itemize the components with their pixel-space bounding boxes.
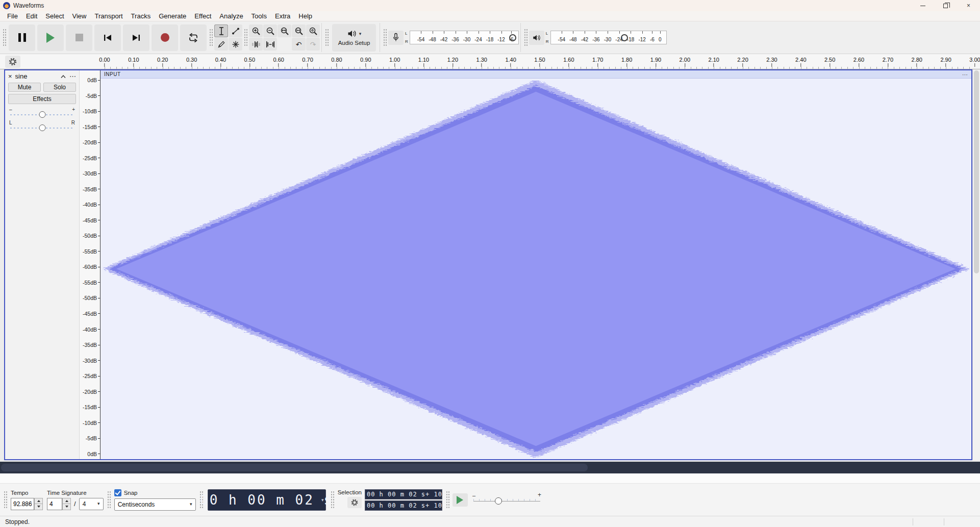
db-ruler-label: 0dB xyxy=(80,77,100,83)
track-name[interactable]: sine xyxy=(15,72,28,80)
menu-item[interactable]: Analyze xyxy=(215,12,247,20)
skip-to-start-button[interactable] xyxy=(94,24,121,51)
menu-item[interactable]: File xyxy=(3,12,22,20)
spin-up-icon xyxy=(65,500,68,502)
zoom-fit-button[interactable] xyxy=(292,24,306,37)
skip-to-end-button[interactable] xyxy=(123,24,149,51)
audio-setup-button[interactable]: ▾ Audio Setup xyxy=(332,24,376,52)
zoom-out-button[interactable] xyxy=(263,24,277,37)
db-vertical-ruler[interactable]: 0dB-5dB-10dB-15dB-20dB-25dB-30dB-35dB-40… xyxy=(80,70,100,459)
clip-header[interactable]: INPUT ⋯ xyxy=(100,70,971,79)
minimize-button[interactable] xyxy=(911,0,934,11)
timeline-options-button[interactable] xyxy=(5,56,20,68)
speed-slider-thumb[interactable] xyxy=(495,497,502,505)
stop-button[interactable] xyxy=(66,24,92,51)
mute-button[interactable]: Mute xyxy=(8,83,41,92)
horizontal-scrollbar[interactable] xyxy=(0,462,980,473)
menu-item[interactable]: Extra xyxy=(271,12,294,20)
menu-item[interactable]: View xyxy=(68,12,91,20)
pan-slider[interactable]: L R xyxy=(9,120,75,132)
record-meter-scale[interactable]: -54-48-42-36-30-24-18-12-6 xyxy=(410,31,519,44)
tempo-spin-up-button[interactable] xyxy=(34,498,43,505)
waveform-panel[interactable]: INPUT ⋯ xyxy=(100,70,971,459)
effects-button[interactable]: Effects xyxy=(8,94,76,104)
track-area: × sine ⋯ Mute Solo Effects – + xyxy=(0,69,980,462)
horizontal-scrollbar-thumb[interactable] xyxy=(1,464,588,471)
snap-checkbox[interactable] xyxy=(114,489,121,496)
selection-end-field[interactable]: 00 h 00 m 02 s+ 10584 s xyxy=(365,500,442,511)
menu-item[interactable]: Tracks xyxy=(127,12,155,20)
time-toolbar-grip[interactable] xyxy=(4,491,7,509)
record-level-thumb[interactable] xyxy=(509,34,516,41)
snap-toolbar-grip[interactable] xyxy=(107,491,111,509)
gain-slider[interactable]: – + xyxy=(9,107,75,118)
pause-button[interactable] xyxy=(9,24,35,51)
time-sig-spin-down-button[interactable] xyxy=(62,504,71,510)
playback-meter-grip[interactable] xyxy=(524,29,527,47)
time-sig-upper-input[interactable] xyxy=(47,498,62,510)
record-meter-button[interactable] xyxy=(388,31,404,45)
selection-start-field[interactable]: 00 h 00 m 02 s+ 10584 s xyxy=(365,489,442,499)
audio-setup-grip[interactable] xyxy=(325,29,329,47)
db-ruler-label: -5dB xyxy=(80,435,100,441)
selection-options-button[interactable] xyxy=(347,497,362,508)
close-button[interactable]: × xyxy=(957,0,980,11)
menu-item[interactable]: Effect xyxy=(190,12,215,20)
trim-audio-button[interactable] xyxy=(249,38,263,51)
undo-button[interactable]: ↶ xyxy=(292,38,306,51)
timeline-tick: 0.50 xyxy=(244,57,255,67)
db-ruler-label: -60dB xyxy=(80,264,100,270)
selection-tool-button[interactable] xyxy=(214,24,228,37)
gain-slider-thumb[interactable] xyxy=(39,111,45,118)
multi-tool-button[interactable] xyxy=(229,38,242,51)
pan-slider-thumb[interactable] xyxy=(39,124,45,131)
playback-speed-slider[interactable]: – + xyxy=(472,492,541,508)
playback-meter-button[interactable] xyxy=(529,31,544,45)
zoom-selection-button[interactable] xyxy=(278,24,291,37)
trim-audio-icon xyxy=(252,40,261,48)
meter-tick-label: -36 xyxy=(451,36,459,43)
tempo-input[interactable] xyxy=(11,498,34,510)
menu-item[interactable]: Tools xyxy=(247,12,271,20)
loop-button[interactable] xyxy=(180,24,207,51)
restore-button[interactable] xyxy=(934,0,957,11)
play-at-speed-grip[interactable] xyxy=(446,491,449,509)
zoom-in-icon xyxy=(252,27,261,36)
vertical-scrollbar-thumb[interactable] xyxy=(974,70,979,273)
tools-toolbar-grip[interactable] xyxy=(209,29,213,47)
record-button[interactable] xyxy=(152,24,178,51)
menu-item[interactable]: Transport xyxy=(90,12,127,20)
solo-button[interactable]: Solo xyxy=(43,83,76,92)
zoom-toggle-button[interactable] xyxy=(306,24,320,37)
zoom-in-button[interactable] xyxy=(249,24,263,37)
menu-item[interactable]: Edit xyxy=(22,12,41,20)
track-menu-icon[interactable]: ⋯ xyxy=(69,72,76,80)
transport-toolbar-grip[interactable] xyxy=(3,29,6,47)
vertical-scrollbar[interactable] xyxy=(972,69,980,460)
timeline-tick: 0.60 xyxy=(273,57,284,67)
menu-item[interactable]: Help xyxy=(294,12,316,20)
silence-audio-button[interactable] xyxy=(263,38,277,51)
timeline-ruler[interactable]: 0.000.100.200.300.400.500.600.700.800.90… xyxy=(105,54,975,69)
play-at-speed-button[interactable] xyxy=(453,493,468,507)
timeline-tick: 1.00 xyxy=(389,57,400,67)
record-meter-grip[interactable] xyxy=(383,29,387,47)
play-button[interactable] xyxy=(37,24,64,51)
time-sig-spin-up-button[interactable] xyxy=(62,498,71,505)
playback-level-thumb[interactable] xyxy=(621,34,628,41)
time-sig-lower-value: 4 xyxy=(83,500,86,508)
playback-meter-scale[interactable]: -54-48-42-36-30-24-18-12-60 xyxy=(550,31,667,44)
draw-tool-button[interactable] xyxy=(214,38,228,51)
envelope-tool-button[interactable] xyxy=(229,24,242,37)
meter-tick-label: -54 xyxy=(417,36,424,43)
time-sig-lower-select[interactable]: 4 ▾ xyxy=(79,498,104,510)
edit-toolbar-grip[interactable] xyxy=(244,29,247,47)
tempo-spin-down-button[interactable] xyxy=(34,504,43,510)
redo-button[interactable]: ↷ xyxy=(306,38,320,51)
collapse-track-icon[interactable] xyxy=(60,74,66,79)
menu-item[interactable]: Select xyxy=(41,12,68,20)
snap-unit-select[interactable]: Centiseconds ▾ xyxy=(114,498,196,511)
menu-item[interactable]: Generate xyxy=(155,12,190,20)
track-close-icon[interactable]: × xyxy=(8,72,12,80)
time-display[interactable]: 00 h 00 m 02 s ▾ xyxy=(208,489,326,511)
